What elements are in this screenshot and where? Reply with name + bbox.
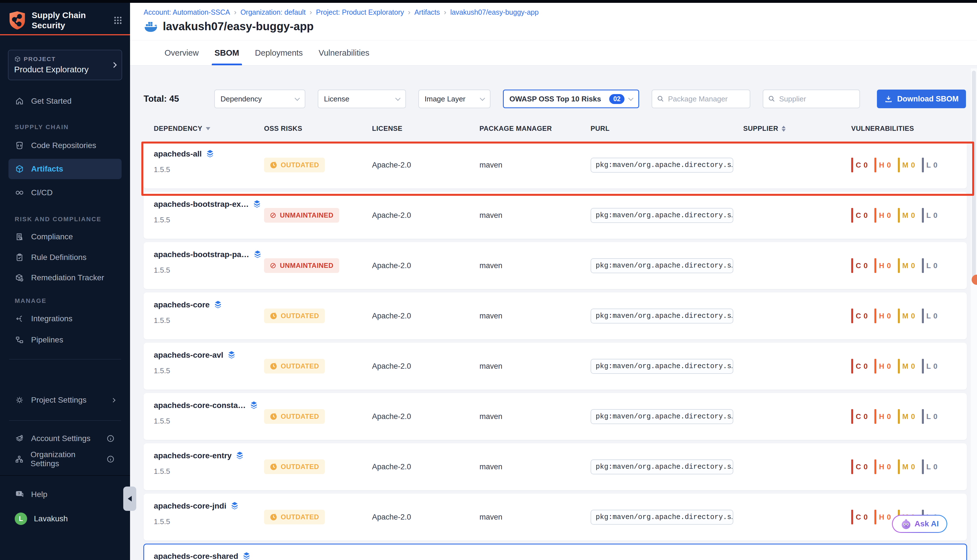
oss-risk-badge: ⊘ OUTDATED <box>264 359 325 373</box>
oss-risk-label: UNMAINTAINED <box>280 262 334 270</box>
total-count: Total: 45 <box>144 94 214 104</box>
package-manager-cell: maven <box>479 142 591 188</box>
oss-risk-label: OUTDATED <box>281 312 319 320</box>
dependency-filter-select[interactable]: Dependency <box>214 90 305 108</box>
purl-value[interactable]: pkg:maven/org.apache.directory.s… <box>591 359 733 374</box>
purl-value[interactable]: pkg:maven/org.apache.directory.s… <box>591 510 733 525</box>
owasp-risks-filter-select[interactable]: OWASP OSS Top 10 Risks 02 <box>503 90 639 108</box>
table-row[interactable]: apacheds-bootstrap-ex… 1.5.5 <box>144 192 967 239</box>
project-name: Product Exploratory <box>14 65 112 74</box>
sidebar-item-integrations[interactable]: Integrations <box>8 311 122 327</box>
sidebar-item-label: Artifacts <box>31 165 63 173</box>
info-icon[interactable] <box>106 434 115 443</box>
download-sbom-button[interactable]: Download SBOM <box>877 90 966 108</box>
sidebar-item-code-repositories[interactable]: Code Repositories <box>8 138 122 153</box>
supplier-input[interactable] <box>779 95 855 103</box>
column-header-dependency[interactable]: DEPENDENCY <box>154 125 264 133</box>
tab[interactable]: SBOM <box>209 40 244 65</box>
chevron-right-icon <box>111 62 117 68</box>
table-row[interactable]: apacheds-core-avl 1.5.5 <box>144 343 967 390</box>
package-manager-cell: maven <box>479 343 591 390</box>
breadcrumb-link[interactable]: Artifacts <box>414 8 440 17</box>
purl-value[interactable]: pkg:maven/org.apache.directory.s… <box>591 158 733 173</box>
dependency-cell: apacheds-core-avl 1.5.5 <box>154 343 264 390</box>
breadcrumb-link[interactable]: lavakush07/easy-buggy-app <box>450 8 539 17</box>
table-row[interactable]: apacheds-all 1.5.5 <box>144 142 967 188</box>
sidebar-item-label: Help <box>31 490 47 499</box>
scrollbar[interactable] <box>971 68 977 560</box>
home-icon <box>15 97 24 106</box>
sidebar-item-remediation-tracker[interactable]: Remediation Tracker <box>8 270 122 286</box>
sidebar-item-artifacts[interactable]: Artifacts <box>8 159 122 179</box>
vulnerabilities-cell: C0 H0 M0 L0 <box>851 343 967 390</box>
sidebar-item-help[interactable]: ? Help <box>8 487 122 502</box>
dependency-version: 1.5.5 <box>154 417 264 425</box>
sidebar-item-rule-definitions[interactable]: Rule Definitions <box>8 250 122 265</box>
medium-count: M0 <box>898 208 915 223</box>
critical-count: C0 <box>851 158 868 172</box>
user-menu[interactable]: L Lavakush <box>8 511 122 527</box>
table-row[interactable]: apacheds-core 1.5.5 <box>144 292 967 339</box>
breadcrumb-link[interactable]: Organization: default <box>240 8 306 17</box>
tab[interactable]: Vulnerabilities <box>314 40 374 65</box>
breadcrumb-link[interactable]: Account: Automation-SSCA <box>144 8 230 17</box>
project-selector[interactable]: PROJECT Product Exploratory <box>8 50 122 80</box>
sidebar-item-organization-settings[interactable]: Organization Settings <box>8 451 122 467</box>
purl-value[interactable]: pkg:maven/org.apache.directory.s… <box>591 459 733 474</box>
table-row[interactable]: apacheds-core-jndi 1.5.5 <box>144 493 967 540</box>
package-manager-search <box>651 90 750 108</box>
ask-ai-button[interactable]: Ask AI <box>892 515 947 533</box>
oss-risk-badge: ⊘ OUTDATED <box>264 308 325 323</box>
table-row[interactable]: apacheds-core-shared 1.5.5 <box>144 544 967 560</box>
column-header-purl: PURL <box>591 125 743 133</box>
purl-cell: pkg:maven/org.apache.directory.s… <box>591 292 743 339</box>
table-row[interactable]: apacheds-core-entry 1.5.5 <box>144 443 967 490</box>
tab[interactable]: Overview <box>159 40 204 65</box>
shield-logo-icon <box>8 11 26 30</box>
purl-value[interactable]: pkg:maven/org.apache.directory.s… <box>591 409 733 424</box>
window-top-strip <box>0 0 977 3</box>
package-manager-cell: maven <box>479 443 591 490</box>
scrollbar-thumb[interactable] <box>972 71 976 283</box>
vulnerabilities-cell: C0 H0 M0 L0 <box>851 292 967 339</box>
main-area: Account: Automation-SSCA › Organization:… <box>130 3 977 560</box>
sidebar-item-pipelines[interactable]: Pipelines <box>8 332 122 348</box>
nav-divider <box>9 420 121 421</box>
table-row[interactable]: apacheds-bootstrap-pa… 1.5.5 <box>144 242 967 289</box>
sidebar-item-cicd[interactable]: CI/CD <box>8 185 122 201</box>
column-header-supplier[interactable]: SUPPLIER <box>743 125 851 133</box>
oss-risk-label: OUTDATED <box>281 463 319 471</box>
license-cell: Apache-2.0 <box>372 544 479 560</box>
sidebar-item-project-settings[interactable]: Project Settings <box>8 392 122 408</box>
dependency-version: 1.5.5 <box>154 216 264 224</box>
package-manager-cell: maven <box>479 242 591 289</box>
medium-count: M0 <box>898 459 915 474</box>
sidebar-collapse-handle[interactable] <box>123 487 136 511</box>
dependency-cell: apacheds-core-consta… 1.5.5 <box>154 393 264 440</box>
purl-value[interactable]: pkg:maven/org.apache.directory.s… <box>591 258 733 273</box>
app-grid-icon[interactable] <box>113 15 123 25</box>
purl-value[interactable]: pkg:maven/org.apache.directory.s… <box>591 208 733 223</box>
package-manager-input[interactable] <box>668 95 745 103</box>
sidebar-item-get-started[interactable]: Get Started <box>8 93 122 109</box>
table-row[interactable]: apacheds-core-consta… 1.5.5 <box>144 393 967 440</box>
medium-count: M0 <box>898 409 915 424</box>
info-icon[interactable] <box>106 455 115 463</box>
brand: Supply Chain Security <box>0 0 130 30</box>
sidebar-item-compliance[interactable]: Compliance <box>8 229 122 245</box>
low-count: L0 <box>922 409 937 424</box>
tab[interactable]: Deployments <box>250 40 308 65</box>
image-layer-filter-select[interactable]: Image Layer <box>418 90 491 108</box>
clock-icon <box>270 463 277 471</box>
license-filter-select[interactable]: License <box>318 90 406 108</box>
sidebar-item-label: Rule Definitions <box>31 253 87 262</box>
column-header-oss-risks: OSS RISKS <box>264 125 372 133</box>
high-count: H0 <box>874 158 891 172</box>
sidebar-item-account-settings[interactable]: Account Settings <box>8 431 122 447</box>
sidebar-item-label: Remediation Tracker <box>31 273 104 282</box>
purl-value[interactable]: pkg:maven/org.apache.directory.s… <box>591 308 733 323</box>
dependency-cell: apacheds-core-jndi 1.5.5 <box>154 493 264 540</box>
tab-label: SBOM <box>215 48 239 58</box>
oss-risk-cell: ⊘ UNMAINTAINED <box>264 192 372 239</box>
breadcrumb-link[interactable]: Project: Product Exploratory <box>316 8 404 17</box>
